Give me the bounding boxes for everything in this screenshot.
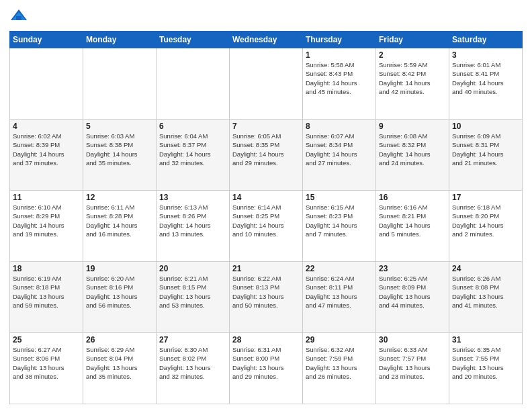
weekday-header-thursday: Thursday [303,32,376,48]
day-info: Sunrise: 6:07 AM Sunset: 8:34 PM Dayligh… [306,132,373,167]
day-cell: 23Sunrise: 6:25 AM Sunset: 8:09 PM Dayli… [376,262,449,333]
day-cell: 9Sunrise: 6:08 AM Sunset: 8:32 PM Daylig… [376,120,449,191]
day-info: Sunrise: 6:16 AM Sunset: 8:21 PM Dayligh… [379,203,446,238]
day-number: 9 [379,122,446,131]
day-cell: 31Sunrise: 6:35 AM Sunset: 7:55 PM Dayli… [449,333,523,404]
week-row-0: 1Sunrise: 5:58 AM Sunset: 8:43 PM Daylig… [10,48,523,120]
day-info: Sunrise: 6:02 AM Sunset: 8:39 PM Dayligh… [13,132,80,167]
weekday-header-row: SundayMondayTuesdayWednesdayThursdayFrid… [10,32,523,48]
weekday-header-saturday: Saturday [449,32,523,48]
day-cell: 30Sunrise: 6:33 AM Sunset: 7:57 PM Dayli… [376,333,449,404]
day-cell: 19Sunrise: 6:20 AM Sunset: 8:16 PM Dayli… [83,262,157,333]
week-row-1: 4Sunrise: 6:02 AM Sunset: 8:39 PM Daylig… [10,120,523,191]
day-cell: 14Sunrise: 6:14 AM Sunset: 8:25 PM Dayli… [230,191,303,262]
day-info: Sunrise: 6:04 AM Sunset: 8:37 PM Dayligh… [159,132,226,167]
week-row-4: 25Sunrise: 6:27 AM Sunset: 8:06 PM Dayli… [10,333,523,404]
day-info: Sunrise: 6:09 AM Sunset: 8:31 PM Dayligh… [452,132,519,167]
day-number: 16 [379,193,446,202]
day-cell: 21Sunrise: 6:22 AM Sunset: 8:13 PM Dayli… [230,262,303,333]
day-info: Sunrise: 6:11 AM Sunset: 8:28 PM Dayligh… [86,203,153,238]
day-number: 27 [159,335,226,345]
day-number: 30 [379,335,446,345]
day-number: 11 [13,193,80,202]
day-cell [10,48,83,120]
day-info: Sunrise: 6:30 AM Sunset: 8:02 PM Dayligh… [159,345,226,381]
day-number: 13 [159,193,226,202]
day-cell: 10Sunrise: 6:09 AM Sunset: 8:31 PM Dayli… [449,120,523,191]
day-number: 7 [232,122,300,131]
day-info: Sunrise: 6:05 AM Sunset: 8:35 PM Dayligh… [232,132,300,167]
day-number: 18 [13,264,80,273]
logo [9,7,31,26]
day-number: 12 [86,193,153,202]
weekday-header-friday: Friday [376,32,449,48]
day-cell: 18Sunrise: 6:19 AM Sunset: 8:18 PM Dayli… [10,262,83,333]
day-number: 5 [86,122,153,131]
day-number: 6 [159,122,226,131]
day-number: 22 [306,264,373,273]
svg-rect-2 [16,16,21,20]
day-cell: 7Sunrise: 6:05 AM Sunset: 8:35 PM Daylig… [230,120,303,191]
day-number: 14 [232,193,300,202]
day-cell [157,48,230,120]
day-number: 28 [232,335,300,345]
day-info: Sunrise: 6:01 AM Sunset: 8:41 PM Dayligh… [452,60,519,96]
day-info: Sunrise: 5:58 AM Sunset: 8:43 PM Dayligh… [306,60,373,96]
day-number: 10 [452,122,519,131]
day-info: Sunrise: 6:31 AM Sunset: 8:00 PM Dayligh… [232,345,300,381]
day-cell: 22Sunrise: 6:24 AM Sunset: 8:11 PM Dayli… [303,262,376,333]
day-number: 1 [306,50,373,60]
header [9,7,523,26]
day-number: 3 [452,50,519,60]
day-cell: 11Sunrise: 6:10 AM Sunset: 8:29 PM Dayli… [10,191,83,262]
day-info: Sunrise: 6:32 AM Sunset: 7:59 PM Dayligh… [306,345,373,381]
day-cell: 17Sunrise: 6:18 AM Sunset: 8:20 PM Dayli… [449,191,523,262]
day-cell: 5Sunrise: 6:03 AM Sunset: 8:38 PM Daylig… [83,120,157,191]
day-cell: 3Sunrise: 6:01 AM Sunset: 8:41 PM Daylig… [449,48,523,120]
day-info: Sunrise: 6:08 AM Sunset: 8:32 PM Dayligh… [379,132,446,167]
day-info: Sunrise: 6:18 AM Sunset: 8:20 PM Dayligh… [452,203,519,238]
day-cell: 26Sunrise: 6:29 AM Sunset: 8:04 PM Dayli… [83,333,157,404]
day-number: 21 [232,264,300,273]
day-cell: 1Sunrise: 5:58 AM Sunset: 8:43 PM Daylig… [303,48,376,120]
day-info: Sunrise: 6:15 AM Sunset: 8:23 PM Dayligh… [306,203,373,238]
day-number: 25 [13,335,80,345]
day-cell: 27Sunrise: 6:30 AM Sunset: 8:02 PM Dayli… [157,333,230,404]
day-cell: 16Sunrise: 6:16 AM Sunset: 8:21 PM Dayli… [376,191,449,262]
day-cell [230,48,303,120]
day-cell: 12Sunrise: 6:11 AM Sunset: 8:28 PM Dayli… [83,191,157,262]
day-cell: 15Sunrise: 6:15 AM Sunset: 8:23 PM Dayli… [303,191,376,262]
calendar-table: SundayMondayTuesdayWednesdayThursdayFrid… [9,31,523,404]
day-number: 15 [306,193,373,202]
day-info: Sunrise: 6:27 AM Sunset: 8:06 PM Dayligh… [13,345,80,381]
day-number: 8 [306,122,373,131]
day-cell: 29Sunrise: 6:32 AM Sunset: 7:59 PM Dayli… [303,333,376,404]
day-number: 31 [452,335,519,345]
day-number: 17 [452,193,519,202]
day-info: Sunrise: 6:24 AM Sunset: 8:11 PM Dayligh… [306,274,373,310]
weekday-header-wednesday: Wednesday [230,32,303,48]
day-cell: 2Sunrise: 5:59 AM Sunset: 8:42 PM Daylig… [376,48,449,120]
day-info: Sunrise: 6:20 AM Sunset: 8:16 PM Dayligh… [86,274,153,310]
day-info: Sunrise: 6:25 AM Sunset: 8:09 PM Dayligh… [379,274,446,310]
day-info: Sunrise: 5:59 AM Sunset: 8:42 PM Dayligh… [379,60,446,96]
main-container: SundayMondayTuesdayWednesdayThursdayFrid… [0,0,532,411]
day-cell: 28Sunrise: 6:31 AM Sunset: 8:00 PM Dayli… [230,333,303,404]
day-info: Sunrise: 6:14 AM Sunset: 8:25 PM Dayligh… [232,203,300,238]
day-info: Sunrise: 6:26 AM Sunset: 8:08 PM Dayligh… [452,274,519,310]
week-row-2: 11Sunrise: 6:10 AM Sunset: 8:29 PM Dayli… [10,191,523,262]
day-number: 20 [159,264,226,273]
day-cell: 13Sunrise: 6:13 AM Sunset: 8:26 PM Dayli… [157,191,230,262]
day-number: 4 [13,122,80,131]
day-number: 29 [306,335,373,345]
day-info: Sunrise: 6:19 AM Sunset: 8:18 PM Dayligh… [13,274,80,310]
day-cell: 24Sunrise: 6:26 AM Sunset: 8:08 PM Dayli… [449,262,523,333]
day-cell: 8Sunrise: 6:07 AM Sunset: 8:34 PM Daylig… [303,120,376,191]
day-cell [83,48,157,120]
day-info: Sunrise: 6:03 AM Sunset: 8:38 PM Dayligh… [86,132,153,167]
day-info: Sunrise: 6:35 AM Sunset: 7:55 PM Dayligh… [452,345,519,381]
day-info: Sunrise: 6:21 AM Sunset: 8:15 PM Dayligh… [159,274,226,310]
weekday-header-tuesday: Tuesday [157,32,230,48]
day-info: Sunrise: 6:10 AM Sunset: 8:29 PM Dayligh… [13,203,80,238]
day-info: Sunrise: 6:22 AM Sunset: 8:13 PM Dayligh… [232,274,300,310]
